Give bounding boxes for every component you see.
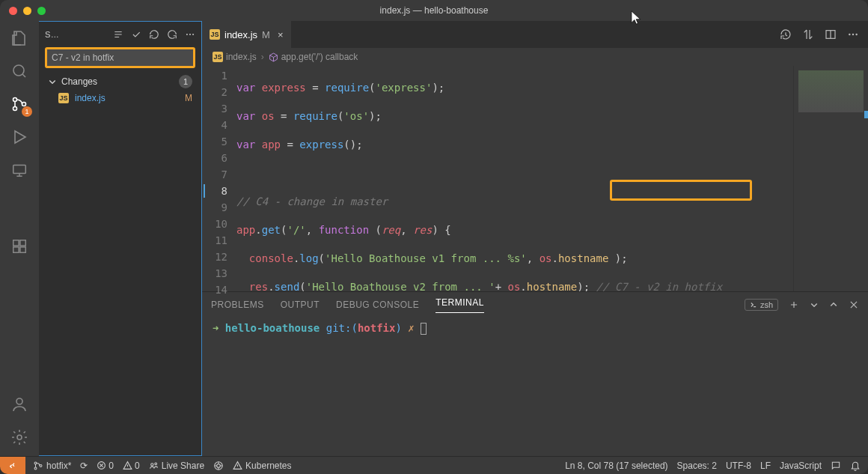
svg-rect-7 (13, 247, 19, 252)
changed-file-name: index.js (75, 93, 179, 103)
svg-rect-6 (20, 240, 25, 246)
remote-button[interactable] (0, 457, 25, 474)
changes-label: Changes (61, 76, 174, 87)
chevron-down-icon (48, 77, 57, 86)
status-sync[interactable]: ⟳ (80, 461, 88, 471)
svg-point-10 (17, 435, 22, 440)
breadcrumb-file[interactable]: JS index.js (213, 52, 257, 62)
status-encoding[interactable]: UTF-8 (726, 461, 751, 471)
status-spaces[interactable]: Spaces: 2 (677, 461, 717, 471)
terminal-dropdown-icon[interactable] (810, 300, 819, 309)
breadcrumbs[interactable]: JS index.js › app.get('/') callback (202, 48, 868, 66)
svg-point-12 (189, 34, 191, 35)
status-bell-icon[interactable] (850, 461, 861, 471)
line-gutter: 123 456 789 101112 1314 (202, 66, 236, 291)
terminal-profile[interactable]: zsh (745, 299, 778, 311)
scm-header: S… (39, 22, 201, 47)
titlebar: index.js — hello-boathouse (0, 0, 868, 21)
svg-point-25 (217, 464, 221, 467)
editor-tab[interactable]: JS index.js M × (202, 21, 292, 48)
tab-file-name: index.js (224, 29, 257, 40)
code-editor[interactable]: var express = require('express'); var os… (236, 66, 793, 291)
svg-point-18 (34, 462, 37, 464)
minimize-window[interactable] (23, 7, 31, 15)
svg-point-2 (13, 107, 17, 111)
tab-modified-indicator: M (262, 29, 270, 40)
commit-icon[interactable] (131, 29, 141, 40)
more-actions-icon[interactable] (847, 28, 859, 40)
editor-actions (780, 21, 868, 48)
svg-rect-5 (13, 240, 19, 246)
status-warnings[interactable]: 0 (123, 461, 140, 471)
status-branch[interactable]: hotfix* (33, 461, 71, 471)
changed-file-status: M (185, 93, 192, 103)
panel-tab-debug[interactable]: DEBUG CONSOLE (336, 300, 419, 310)
scm-badge: 1 (22, 106, 32, 117)
scm-icon[interactable]: 1 (10, 94, 29, 114)
status-eol[interactable]: LF (760, 461, 771, 471)
split-editor-icon[interactable] (825, 28, 837, 40)
status-errors[interactable]: 0 (97, 461, 114, 471)
breadcrumb-symbol[interactable]: app.get('/') callback (269, 52, 358, 62)
status-selection[interactable]: Ln 8, Col 78 (17 selected) (565, 461, 667, 471)
svg-point-15 (849, 34, 850, 35)
traffic-lights (0, 7, 46, 15)
panel-tab-problems[interactable]: PROBLEMS (211, 300, 264, 310)
js-file-icon: JS (210, 29, 220, 40)
status-ports[interactable] (213, 461, 224, 471)
zoom-window[interactable] (37, 7, 46, 15)
svg-point-19 (34, 467, 37, 470)
svg-point-9 (16, 398, 22, 404)
changes-count: 1 (179, 75, 192, 88)
compare-icon[interactable] (802, 28, 814, 40)
more-icon[interactable] (185, 29, 195, 40)
js-file-icon: JS (213, 52, 223, 62)
window: index.js — hello-boathouse 1 (0, 0, 868, 474)
status-language[interactable]: JavaScript (780, 461, 822, 471)
tabs-row: JS index.js M × (202, 21, 868, 48)
statusbar: hotfix* ⟳ 0 0 Live Share Kubernetes (0, 456, 868, 474)
history-icon[interactable] (780, 28, 792, 40)
view-tree-icon[interactable] (113, 29, 123, 40)
status-liveshare[interactable]: Live Share (149, 461, 204, 471)
explorer-icon[interactable] (10, 28, 29, 48)
terminal-cursor (421, 323, 427, 335)
svg-point-13 (192, 34, 194, 35)
account-icon[interactable] (10, 395, 29, 414)
changes-section[interactable]: Changes 1 (39, 73, 201, 91)
debug-icon[interactable] (10, 127, 29, 147)
changed-file-row[interactable]: JS index.js M (39, 91, 201, 106)
close-window[interactable] (9, 7, 17, 15)
panel-tab-output[interactable]: OUTPUT (281, 300, 320, 310)
close-tab-icon[interactable]: × (278, 29, 284, 40)
panel-tabs: PROBLEMS OUTPUT DEBUG CONSOLE TERMINAL z… (202, 292, 868, 317)
refresh-icon[interactable] (149, 29, 159, 40)
svg-point-17 (855, 34, 857, 35)
scm-title: S… (45, 30, 109, 39)
editor-area: JS index.js M × JS index.js › (202, 21, 868, 456)
extensions-icon[interactable] (10, 237, 29, 256)
search-icon[interactable] (10, 61, 29, 81)
panel-tab-terminal[interactable]: TERMINAL (435, 297, 484, 313)
svg-point-1 (13, 98, 17, 102)
svg-point-22 (150, 464, 153, 466)
scm-sidebar: S… C7 - v2 in hotfix Changes 1 JS in (39, 21, 202, 456)
minimap[interactable] (793, 66, 868, 291)
js-file-icon: JS (58, 93, 69, 103)
svg-point-23 (155, 463, 157, 465)
chevron-right-icon: › (261, 52, 264, 62)
status-kubernetes[interactable]: Kubernetes (233, 461, 291, 471)
new-terminal-icon[interactable] (789, 300, 799, 310)
maximize-panel-icon[interactable] (829, 300, 838, 309)
close-panel-icon[interactable] (849, 300, 859, 310)
gear-icon[interactable] (10, 428, 29, 447)
svg-point-16 (852, 34, 854, 35)
svg-rect-8 (20, 247, 25, 252)
remote-explorer-icon[interactable] (10, 160, 29, 180)
terminal-body[interactable]: ➜ hello-boathouse git:(hotfix) ✗ (202, 317, 868, 456)
status-feedback-icon[interactable] (831, 461, 841, 471)
commit-message-text: C7 - v2 in hotfix (52, 52, 114, 63)
undo-icon[interactable] (167, 29, 177, 40)
commit-message-input[interactable]: C7 - v2 in hotfix (45, 47, 195, 68)
editor-body: 123 456 789 101112 1314 var express = re… (202, 66, 868, 291)
